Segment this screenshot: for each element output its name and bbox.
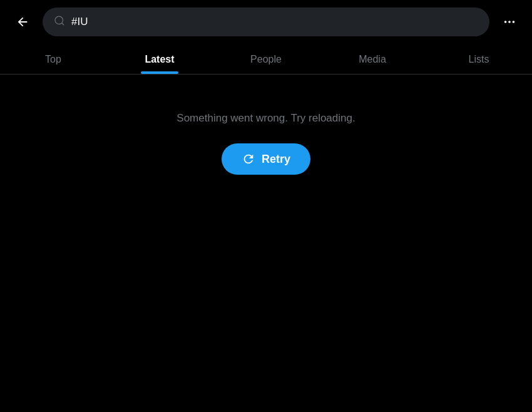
retry-icon — [242, 152, 255, 166]
error-message-text: Something went wrong. Try reloading. — [176, 112, 355, 125]
tab-latest[interactable]: Latest — [106, 44, 213, 74]
search-icon — [54, 15, 65, 29]
header: #IU — [0, 0, 532, 44]
error-section: Something went wrong. Try reloading. Ret… — [0, 75, 532, 187]
tab-media-label: Media — [359, 54, 386, 74]
more-options-icon — [503, 15, 516, 29]
tabs-bar: Top Latest People Media Lists — [0, 44, 532, 75]
svg-point-1 — [508, 21, 511, 23]
tab-top-label: Top — [45, 54, 61, 74]
tab-lists[interactable]: Lists — [426, 44, 532, 74]
tab-media[interactable]: Media — [319, 44, 426, 74]
tab-latest-underline — [141, 71, 178, 74]
back-arrow-icon — [16, 15, 29, 29]
svg-point-0 — [504, 21, 507, 23]
tab-people-label: People — [250, 54, 282, 74]
more-options-button[interactable] — [497, 9, 522, 34]
retry-label: Retry — [262, 153, 290, 166]
search-query-text: #IU — [71, 16, 88, 28]
tab-top[interactable]: Top — [0, 44, 106, 74]
tab-people[interactable]: People — [213, 44, 319, 74]
back-button[interactable] — [10, 9, 35, 34]
tab-lists-label: Lists — [469, 54, 489, 74]
svg-point-2 — [513, 21, 515, 23]
search-bar[interactable]: #IU — [43, 8, 489, 36]
retry-button[interactable]: Retry — [222, 143, 310, 175]
